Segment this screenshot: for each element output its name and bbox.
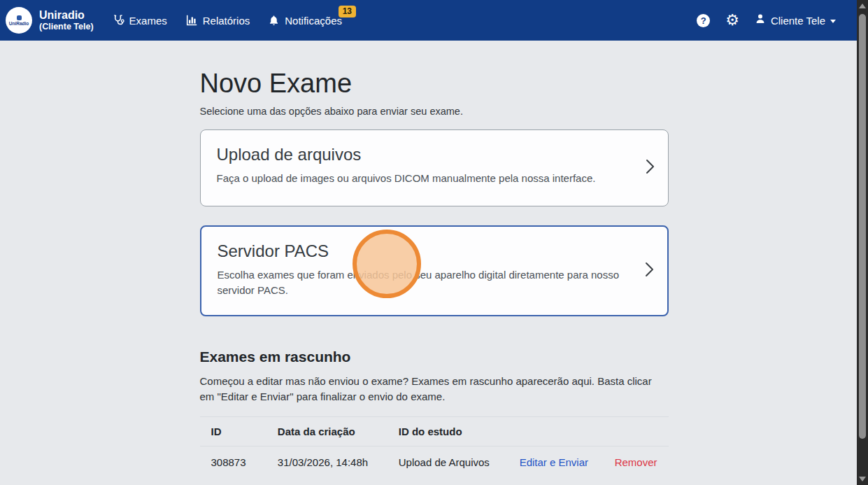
notification-badge: 13 [339,6,356,17]
nav-item-notificacoes[interactable]: Notificações 13 [268,15,342,27]
help-glyph: ? [701,15,706,26]
nav-item-label: Notificações [285,15,342,27]
page-title: Novo Exame [200,69,669,99]
chevron-right-icon [642,260,656,281]
table-header-row: ID Data da criação ID do estudo [200,416,669,446]
cell-id: 308873 [200,446,266,478]
nav-item-relatorios[interactable]: Relatórios [185,14,250,27]
nav-item-exames[interactable]: Exames [112,14,167,27]
drafts-description: Começou a editar mas não enviou o exame?… [200,374,669,405]
column-header-edit [508,416,604,446]
gear-icon[interactable]: ⚙ [725,13,739,28]
option-title: Servidor PACS [218,241,625,261]
main-content: Novo Exame Selecione uma das opções abai… [200,41,669,485]
drafts-table: ID Data da criação ID do estudo 308873 3… [200,416,669,478]
option-title: Upload de arquivos [217,145,626,164]
page-subtitle: Selecione uma das opções abaixo para env… [200,106,669,117]
help-icon[interactable]: ? [697,14,710,27]
user-menu[interactable]: Cliente Tele [755,13,836,27]
option-card-pacs[interactable]: Servidor PACS Escolha exames que foram e… [200,225,669,316]
column-header-remove [604,416,669,446]
remove-link[interactable]: Remover [615,456,657,468]
column-header-date: Data da criação [266,416,387,446]
bar-chart-icon [185,14,198,27]
option-card-upload[interactable]: Upload de arquivos Faça o upload de imag… [200,129,669,206]
scrollbar-up-arrow-icon[interactable] [859,3,866,8]
scrollbar-down-arrow-icon[interactable] [859,477,866,482]
scrollbar-thumb[interactable] [859,14,866,439]
brand-subtitle: (Cliente Tele) [39,22,94,31]
nav-item-label: Exames [129,15,167,27]
brand-logo[interactable]: UniRadio Uniradio (Cliente Tele) [6,7,94,34]
logo-text: UniRadio [9,21,29,26]
nav-item-label: Relatórios [203,15,250,27]
user-label: Cliente Tele [771,15,825,27]
caret-down-icon [830,20,836,23]
drafts-title: Exames em rascunho [200,349,669,365]
option-description: Faça o upload de images ou arquivos DICO… [217,171,626,186]
gear-glyph: ⚙ [725,11,739,29]
uniradio-logo-icon: UniRadio [6,7,32,34]
table-row: 308873 31/03/2026, 14:48h Upload de Arqu… [200,446,669,478]
logo-mark [17,15,22,20]
main-nav: Exames Relatórios Notificações 13 [112,14,342,27]
cell-created: 31/03/2026, 14:48h [266,446,387,478]
column-header-id: ID [200,416,266,446]
edit-send-link[interactable]: Editar e Enviar [520,456,588,468]
brand-title: Uniradio [39,9,94,22]
user-icon [755,13,766,27]
drafts-section: Exames em rascunho Começou a editar mas … [200,349,669,485]
column-header-study: ID do estudo [387,416,508,446]
chevron-right-icon [643,157,657,178]
vertical-scrollbar[interactable] [857,0,868,485]
stethoscope-icon [112,14,124,27]
top-navbar: UniRadio Uniradio (Cliente Tele) Exames [0,0,868,41]
cell-study: Upload de Arquivos [387,446,508,478]
bell-icon [268,15,280,27]
option-description: Escolha exames que foram enviados pelo s… [218,267,625,298]
